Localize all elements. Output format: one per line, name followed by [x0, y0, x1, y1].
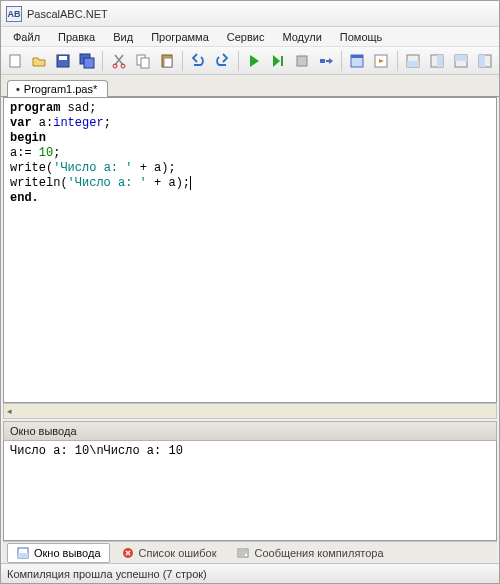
bottom-tab-output[interactable]: Окно вывода	[7, 543, 110, 563]
menu-program[interactable]: Программа	[143, 29, 217, 45]
status-text: Компиляция прошла успешно (7 строк)	[7, 568, 207, 580]
svg-rect-12	[297, 56, 307, 66]
title-bar: AB PascalABC.NET	[1, 1, 499, 27]
toolbar-separator	[397, 51, 398, 71]
menu-file[interactable]: Файл	[5, 29, 48, 45]
paste-button[interactable]	[156, 50, 177, 72]
save-button[interactable]	[53, 50, 74, 72]
bottom-tab-compiler[interactable]: Сообщения компилятора	[227, 543, 392, 563]
compiler-icon	[236, 546, 250, 560]
output-panel[interactable]: Число a: 10\nЧисло a: 10	[3, 441, 497, 541]
panel-1-button[interactable]	[403, 50, 424, 72]
run-button[interactable]	[244, 50, 265, 72]
output-panel-header: Окно вывода	[3, 421, 497, 441]
redo-button[interactable]	[212, 50, 233, 72]
code-editor[interactable]: program sad; var a:integer; begin a:= 10…	[3, 97, 497, 403]
window-title: PascalABC.NET	[27, 8, 108, 20]
svg-rect-2	[59, 56, 67, 60]
svg-rect-18	[407, 61, 419, 67]
panel-4-button[interactable]	[474, 50, 495, 72]
menu-edit[interactable]: Правка	[50, 29, 103, 45]
toolbar-separator	[102, 51, 103, 71]
editor-tabstrip: • Program1.pas*	[1, 75, 499, 97]
new-file-button[interactable]	[5, 50, 26, 72]
svg-rect-13	[320, 59, 325, 63]
cut-button[interactable]	[108, 50, 129, 72]
form-designer-button[interactable]	[347, 50, 368, 72]
bottom-tab-label: Список ошибок	[139, 547, 217, 559]
step-button[interactable]	[315, 50, 336, 72]
svg-rect-22	[455, 55, 467, 61]
menu-modules[interactable]: Модули	[274, 29, 329, 45]
save-all-button[interactable]	[77, 50, 98, 72]
open-file-button[interactable]	[29, 50, 50, 72]
undo-button[interactable]	[188, 50, 209, 72]
menu-view[interactable]: Вид	[105, 29, 141, 45]
toolbar	[1, 47, 499, 75]
run-no-debug-button[interactable]	[267, 50, 288, 72]
bottom-tab-label: Сообщения компилятора	[254, 547, 383, 559]
errors-icon	[121, 546, 135, 560]
menu-bar: Файл Правка Вид Программа Сервис Модули …	[1, 27, 499, 47]
bottom-tab-errors[interactable]: Список ошибок	[112, 543, 226, 563]
bottom-tabstrip: Окно вывода Список ошибок Сообщения комп…	[3, 541, 497, 563]
editor-tab[interactable]: • Program1.pas*	[7, 80, 108, 97]
svg-rect-26	[18, 553, 28, 558]
menu-help[interactable]: Помощь	[332, 29, 391, 45]
panel-2-button[interactable]	[426, 50, 447, 72]
panel-3-button[interactable]	[450, 50, 471, 72]
toolbar-separator	[238, 51, 239, 71]
svg-rect-0	[10, 55, 20, 67]
toolbar-separator	[341, 51, 342, 71]
svg-rect-10	[164, 58, 172, 67]
toggle-panel-button[interactable]	[371, 50, 392, 72]
svg-rect-11	[281, 56, 283, 66]
svg-rect-15	[351, 55, 363, 58]
svg-rect-8	[141, 58, 149, 68]
dirty-indicator-icon: •	[16, 83, 20, 95]
bottom-tab-label: Окно вывода	[34, 547, 101, 559]
copy-button[interactable]	[132, 50, 153, 72]
tab-filename: Program1.pas*	[24, 83, 97, 95]
app-icon: AB	[6, 6, 22, 22]
menu-service[interactable]: Сервис	[219, 29, 273, 45]
output-icon	[16, 546, 30, 560]
toolbar-separator	[182, 51, 183, 71]
svg-rect-4	[84, 58, 94, 68]
status-bar: Компиляция прошла успешно (7 строк)	[1, 563, 499, 583]
stop-button[interactable]	[291, 50, 312, 72]
svg-rect-24	[479, 55, 485, 67]
svg-rect-20	[437, 55, 443, 67]
editor-horizontal-scrollbar[interactable]	[3, 403, 497, 419]
